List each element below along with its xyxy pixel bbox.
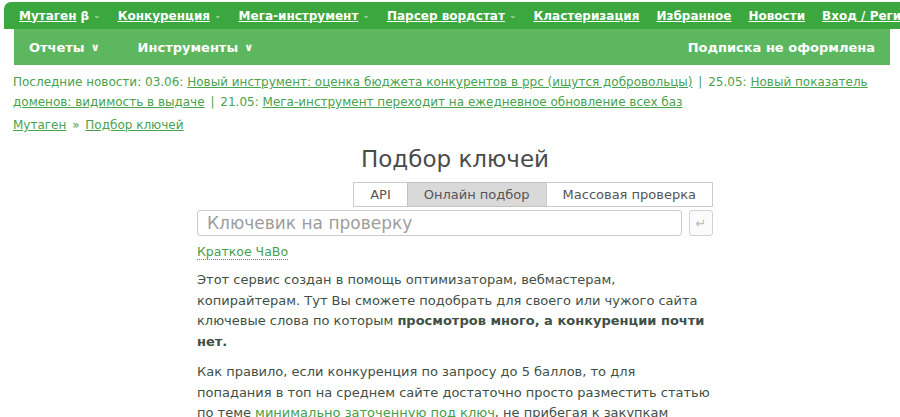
news-separator: | [696, 75, 704, 89]
tab-online-podbor[interactable]: Онлайн подбор [407, 182, 547, 207]
top-navbar: Мутаген β ⌄ Конкуренция ⌄ Мега-инструмен… [4, 2, 900, 29]
news-date: 03.06: [145, 75, 183, 89]
keyword-input[interactable] [197, 210, 682, 236]
page-title: Подбор ключей [197, 146, 713, 172]
nav-item-mega-instrument[interactable]: Мега-инструмент ⌄ [239, 9, 370, 23]
news-link-1[interactable]: Новый инструмент: оценка бюджета конкуре… [187, 75, 692, 89]
chevron-down-icon: ⌄ [509, 11, 517, 20]
nav-item-parser-wordstat[interactable]: Парсер вордстат ⌄ [387, 9, 517, 23]
menu-reports-label: Отчеты [29, 40, 85, 55]
nav-item-novosti[interactable]: Новости [748, 9, 805, 23]
secondary-navbar: Отчеты ∨ Инструменты ∨ Подписка не оформ… [14, 29, 890, 65]
news-date: 21.05: [220, 95, 258, 109]
login-register-link[interactable]: Вход / Регистрация [822, 9, 900, 23]
tab-api[interactable]: API [353, 182, 408, 207]
menu-reports[interactable]: Отчеты ∨ [29, 40, 100, 55]
submit-keyword-button[interactable]: ↵ [689, 210, 713, 236]
chevron-down-icon: ∨ [244, 41, 253, 54]
nav-link-novosti[interactable]: Новости [748, 9, 805, 23]
breadcrumb-home-link[interactable]: Мутаген [13, 118, 66, 132]
paragraph-intro: Этот сервис создан в помощь оптимизатора… [197, 270, 713, 352]
faq-link[interactable]: Краткое ЧаВо [197, 244, 288, 260]
tab-mass-check[interactable]: Массовая проверка [546, 182, 713, 207]
chevron-down-icon: ⌄ [93, 11, 101, 20]
nav-item-auth[interactable]: Вход / Регистрация [822, 9, 900, 23]
nav-link-konkurencia[interactable]: Конкуренция [118, 9, 210, 23]
nav-item-konkurencia[interactable]: Конкуренция ⌄ [118, 9, 222, 23]
breadcrumb-separator: » [70, 118, 81, 132]
keyword-search-row: ↵ [197, 210, 713, 236]
news-link-3[interactable]: Мега-инструмент переходит на ежедневное … [263, 95, 683, 109]
nav-link-izbrannoe[interactable]: Избранное [656, 9, 731, 23]
article-optimization-link[interactable]: минимально заточенную под ключ [255, 405, 495, 417]
nav-link-mega-instrument[interactable]: Мега-инструмент [239, 9, 359, 23]
nav-link-parser-wordstat[interactable]: Парсер вордстат [387, 9, 505, 23]
beta-badge: β [81, 9, 90, 23]
nav-item-izbrannoe[interactable]: Избранное [656, 9, 731, 23]
chevron-down-icon: ⌄ [362, 11, 370, 20]
subscription-status: Подписка не оформлена [688, 40, 875, 55]
breadcrumb: Мутаген » Подбор ключей [13, 118, 887, 132]
news-prefix: Последние новости: [13, 75, 141, 89]
news-ticker: Последние новости: 03.06: Новый инструме… [13, 72, 887, 112]
menu-tools-label: Инструменты [138, 40, 239, 55]
nav-item-klasterizacia[interactable]: Кластеризация [533, 9, 639, 23]
paragraph-competition-advice: Как правило, если конкуренция по запросу… [197, 362, 713, 417]
tab-bar: API Онлайн подбор Массовая проверка [197, 182, 713, 207]
main-content: Подбор ключей API Онлайн подбор Массовая… [197, 146, 713, 417]
nav-link-mutagen[interactable]: Мутаген [19, 9, 77, 23]
nav-item-mutagen[interactable]: Мутаген β ⌄ [19, 9, 101, 23]
chevron-down-icon: ∨ [91, 41, 100, 54]
nav-link-klasterizacia[interactable]: Кластеризация [533, 9, 639, 23]
news-date: 25.05: [708, 75, 746, 89]
enter-icon: ↵ [696, 216, 707, 231]
breadcrumb-current-link[interactable]: Подбор ключей [85, 118, 183, 132]
news-separator: | [208, 95, 216, 109]
menu-tools[interactable]: Инструменты ∨ [138, 40, 254, 55]
chevron-down-icon: ⌄ [214, 11, 222, 20]
